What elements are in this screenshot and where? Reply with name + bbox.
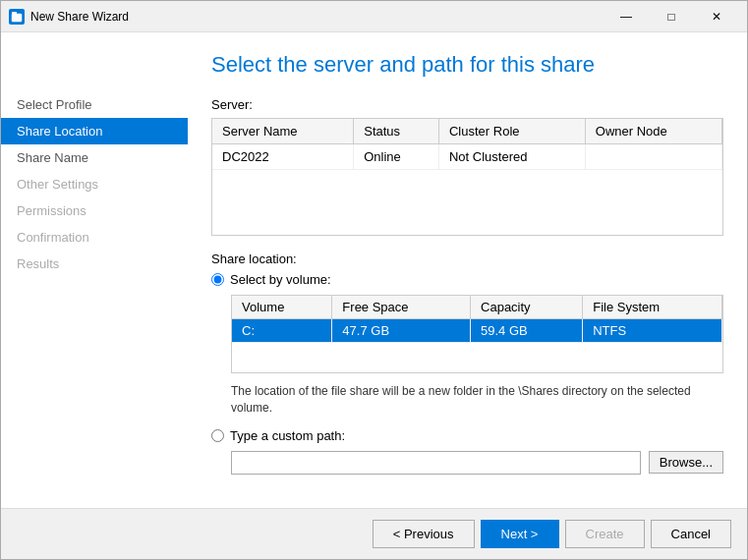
col-free-space: Free Space xyxy=(332,296,471,319)
sidebar-item-other-settings: Other Settings xyxy=(1,171,188,197)
main-content: Select Profile Share Location Share Name… xyxy=(1,32,747,508)
main-area: Select the server and path for this shar… xyxy=(188,32,747,508)
server-row[interactable]: DC2022 Online Not Clustered xyxy=(212,144,722,170)
sidebar-item-confirmation: Confirmation xyxy=(1,224,188,251)
cell-cluster-role: Not Clustered xyxy=(438,144,585,170)
maximize-button[interactable]: □ xyxy=(649,1,694,32)
sidebar-item-select-profile[interactable]: Select Profile xyxy=(1,91,188,118)
col-owner-node: Owner Node xyxy=(585,119,721,144)
col-status: Status xyxy=(354,119,439,144)
cell-status: Online xyxy=(354,144,439,170)
svg-rect-1 xyxy=(12,12,17,15)
cell-owner-node xyxy=(585,144,721,170)
volume-row[interactable]: C: 47.7 GB 59.4 GB NTFS xyxy=(232,319,722,343)
app-icon xyxy=(9,9,25,25)
window-title: New Share Wizard xyxy=(30,10,604,24)
custom-path-row: Browse... xyxy=(211,451,723,475)
create-button: Create xyxy=(565,520,645,548)
select-by-volume-radio-label[interactable]: Select by volume: xyxy=(211,272,723,287)
share-location-label: Share location: xyxy=(211,252,723,266)
volume-table: Volume Free Space Capacity File System C… xyxy=(232,296,722,343)
footer: < Previous Next > Create Cancel xyxy=(1,508,747,559)
col-file-system: File System xyxy=(583,296,722,319)
select-by-volume-text: Select by volume: xyxy=(230,272,331,287)
cell-free-space: 47.7 GB xyxy=(332,319,471,343)
sidebar: Select Profile Share Location Share Name… xyxy=(1,32,188,508)
col-volume: Volume xyxy=(232,296,332,319)
sidebar-item-share-location[interactable]: Share Location xyxy=(1,118,188,144)
col-server-name: Server Name xyxy=(212,119,354,144)
volume-table-container: Volume Free Space Capacity File System C… xyxy=(231,295,723,373)
server-label: Server: xyxy=(211,97,723,112)
col-capacity: Capacity xyxy=(471,296,583,319)
sidebar-item-share-name[interactable]: Share Name xyxy=(1,144,188,171)
custom-path-radio-label[interactable]: Type a custom path: xyxy=(211,428,723,443)
minimize-button[interactable]: — xyxy=(604,1,649,32)
cell-server-name: DC2022 xyxy=(212,144,354,170)
next-button[interactable]: Next > xyxy=(481,520,559,548)
close-button[interactable]: ✕ xyxy=(694,1,739,32)
custom-path-label: Type a custom path: xyxy=(230,428,345,443)
wizard-window: New Share Wizard — □ ✕ Select Profile Sh… xyxy=(0,0,748,560)
cell-file-system: NTFS xyxy=(583,319,722,343)
cell-capacity: 59.4 GB xyxy=(471,319,583,343)
custom-path-input[interactable] xyxy=(231,451,641,475)
cell-volume: C: xyxy=(232,319,332,343)
page-title: Select the server and path for this shar… xyxy=(211,52,723,78)
svg-rect-0 xyxy=(12,14,22,22)
select-by-volume-radio[interactable] xyxy=(211,273,224,286)
window-controls: — □ ✕ xyxy=(604,1,739,32)
server-table: Server Name Status Cluster Role Owner No… xyxy=(212,119,722,170)
info-text: The location of the file share will be a… xyxy=(231,383,723,417)
cancel-button[interactable]: Cancel xyxy=(651,520,731,548)
previous-button[interactable]: < Previous xyxy=(373,520,475,548)
server-table-container: Server Name Status Cluster Role Owner No… xyxy=(211,118,723,236)
sidebar-item-results: Results xyxy=(1,251,188,277)
col-cluster-role: Cluster Role xyxy=(438,119,585,144)
title-bar: New Share Wizard — □ ✕ xyxy=(1,1,747,32)
browse-button[interactable]: Browse... xyxy=(649,451,723,474)
custom-path-radio[interactable] xyxy=(211,429,224,442)
share-location-section: Share location: Select by volume: Volume… xyxy=(211,252,723,475)
sidebar-item-permissions: Permissions xyxy=(1,197,188,224)
